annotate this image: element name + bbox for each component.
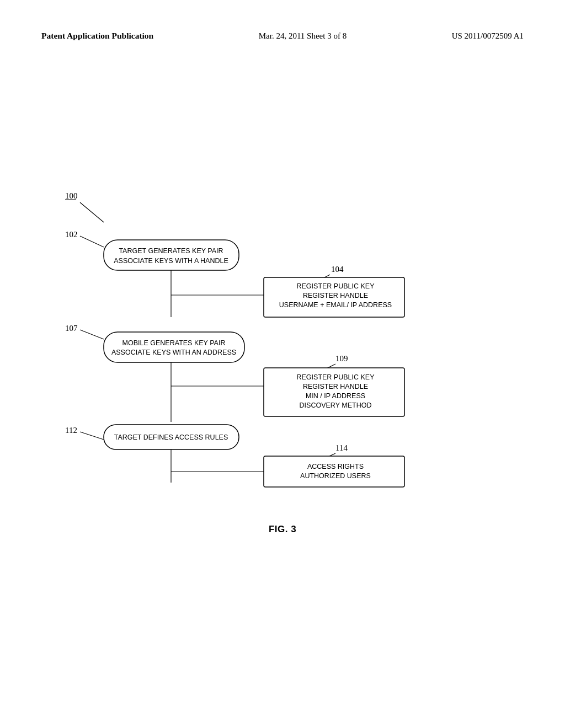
ref-104: 104: [331, 265, 344, 274]
header-date-sheet: Mar. 24, 2011 Sheet 3 of 8: [259, 30, 347, 41]
box-104-line2: REGISTER HANDLE: [303, 292, 368, 299]
box-109-line3: MIN / IP ADDRESS: [306, 392, 365, 400]
box-107-line2: ASSOCIATE KEYS WITH AN ADDRESS: [111, 349, 236, 356]
box-114: [264, 456, 404, 487]
box-104-line3: USERNAME + EMAIL/ IP ADDRESS: [279, 301, 392, 309]
ref-112: 112: [65, 426, 77, 435]
ref-100: 100: [65, 191, 78, 200]
svg-line-2: [80, 236, 104, 247]
box-107: [104, 332, 244, 362]
box-104-line1: REGISTER PUBLIC KEY: [296, 282, 375, 290]
svg-line-10: [80, 432, 104, 440]
fig-caption: FIG. 3: [269, 524, 296, 534]
svg-line-6: [80, 330, 104, 339]
diagram-area: 100 102 TARGET GENERATES KEY PAIR ASSOCI…: [0, 80, 565, 659]
ref-102: 102: [65, 230, 78, 239]
box-102-line1: TARGET GENERATES KEY PAIR: [119, 247, 223, 255]
box-107-line1: MOBILE GENERATES KEY PAIR: [122, 339, 226, 347]
box-112-line1: TARGET DEFINES ACCESS RULES: [114, 433, 228, 441]
box-114-line1: ACCESS RIGHTS: [307, 463, 364, 470]
ref-114: 114: [335, 443, 348, 452]
svg-line-1: [80, 202, 104, 222]
ref-109: 109: [335, 354, 348, 363]
box-109-line2: REGISTER HANDLE: [303, 383, 368, 390]
header-publication-label: Patent Application Publication: [41, 30, 153, 41]
box-114-line2: AUTHORIZED USERS: [300, 472, 371, 480]
page-header: Patent Application Publication Mar. 24, …: [0, 0, 565, 41]
header-patent-number: US 2011/0072509 A1: [452, 30, 524, 41]
ref-107: 107: [65, 324, 78, 333]
diagram-svg: 100 102 TARGET GENERATES KEY PAIR ASSOCI…: [0, 80, 565, 659]
box-102-line2: ASSOCIATE KEYS WITH A HANDLE: [114, 257, 228, 265]
box-109-line4: DISCOVERY METHOD: [300, 402, 372, 409]
box-109-line1: REGISTER PUBLIC KEY: [296, 373, 375, 381]
patent-page: Patent Application Publication Mar. 24, …: [0, 0, 565, 728]
box-102: [104, 240, 239, 270]
